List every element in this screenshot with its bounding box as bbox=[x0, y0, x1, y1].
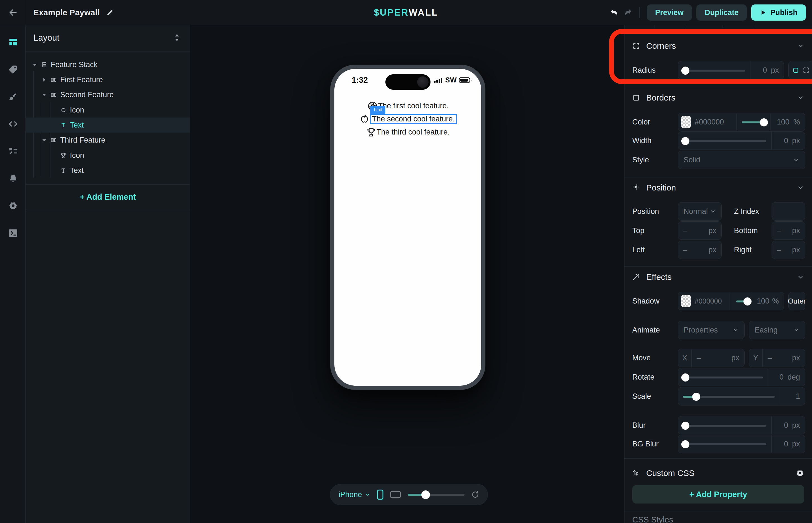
move-x-input[interactable]: X – px bbox=[678, 349, 745, 367]
selected-element-outline[interactable]: Text The second cool feature. bbox=[370, 114, 457, 124]
tree-item-first-feature[interactable]: First Feature bbox=[25, 72, 190, 87]
edit-pencil-icon[interactable] bbox=[106, 8, 114, 16]
square-icon bbox=[632, 94, 640, 102]
chevron-down-icon[interactable] bbox=[797, 94, 804, 101]
css-settings-gear-icon[interactable] bbox=[796, 469, 804, 477]
position-section-header[interactable]: Position bbox=[632, 179, 805, 197]
zindex-input[interactable] bbox=[772, 202, 805, 220]
checklist-icon[interactable] bbox=[8, 146, 18, 156]
rotate-slider[interactable] bbox=[678, 368, 768, 386]
width-slider[interactable] bbox=[678, 132, 771, 149]
right-input[interactable]: – px bbox=[772, 240, 805, 259]
scale-value[interactable]: 1 bbox=[796, 392, 800, 401]
landscape-orientation-icon[interactable] bbox=[390, 491, 401, 499]
duplicate-button[interactable]: Duplicate bbox=[696, 4, 747, 21]
paywall-preview-screen[interactable]: 1:32 SW The first cool feature. Text The… bbox=[334, 69, 481, 386]
slider-thumb[interactable] bbox=[760, 119, 768, 126]
chevron-down-icon bbox=[732, 327, 739, 333]
border-style-select[interactable]: Solid bbox=[678, 151, 805, 169]
color-swatch[interactable] bbox=[681, 295, 691, 307]
back-button[interactable] bbox=[8, 7, 18, 18]
tree-item-text[interactable]: Text bbox=[25, 163, 190, 178]
shadow-hex-value[interactable]: #000000 bbox=[695, 297, 731, 305]
sort-icon[interactable] bbox=[173, 33, 180, 42]
blur-slider[interactable] bbox=[678, 416, 771, 434]
radius-value[interactable]: 0 bbox=[763, 66, 767, 75]
opacity-value[interactable]: 100 bbox=[777, 118, 790, 126]
feature-row-3[interactable]: The third cool feature. bbox=[366, 126, 450, 139]
custom-css-section-header[interactable]: Custom CSS bbox=[632, 464, 805, 482]
shadow-opacity-value[interactable]: 100 bbox=[757, 297, 770, 306]
caret-down-icon[interactable] bbox=[42, 138, 47, 143]
add-element-button[interactable]: + Add Element bbox=[25, 189, 190, 205]
publish-button[interactable]: Publish bbox=[751, 4, 806, 21]
shadow-opacity-slider[interactable] bbox=[731, 292, 753, 310]
position-mode-select[interactable]: Normal bbox=[678, 202, 722, 220]
slider-thumb[interactable] bbox=[681, 137, 689, 145]
shadow-outer-button[interactable]: Outer bbox=[788, 292, 805, 310]
scale-slider[interactable] bbox=[678, 387, 780, 405]
unit-label: deg bbox=[788, 373, 800, 381]
rotate-value[interactable]: 0 bbox=[779, 373, 783, 381]
corners-section-header[interactable]: Corners bbox=[632, 37, 805, 55]
blur-value[interactable]: 0 bbox=[784, 421, 788, 430]
animate-properties-select[interactable]: Properties bbox=[678, 321, 745, 339]
code-icon[interactable] bbox=[8, 119, 18, 129]
layout-panel-icon[interactable] bbox=[8, 37, 18, 47]
gear-icon[interactable] bbox=[8, 201, 18, 211]
add-property-button[interactable]: + Add Property bbox=[632, 485, 804, 504]
animate-easing-select[interactable]: Easing bbox=[749, 321, 805, 339]
brush-icon[interactable] bbox=[8, 92, 18, 102]
bell-icon[interactable] bbox=[8, 174, 18, 183]
tree-item-text-selected[interactable]: Text bbox=[25, 118, 190, 132]
tree-item-second-feature[interactable]: Second Feature bbox=[25, 87, 190, 102]
feature-text[interactable]: The second cool feature. bbox=[372, 115, 455, 123]
feature-row-2[interactable]: Text The second cool feature. bbox=[359, 112, 457, 126]
tree-item-third-feature[interactable]: Third Feature bbox=[25, 132, 190, 148]
refresh-icon[interactable] bbox=[471, 490, 479, 499]
per-corner-radius-button[interactable] bbox=[801, 64, 811, 77]
scale-label: Scale bbox=[632, 392, 651, 401]
slider-thumb[interactable] bbox=[681, 374, 689, 381]
bottom-input[interactable]: – px bbox=[772, 221, 805, 240]
bg-blur-value[interactable]: 0 bbox=[784, 440, 788, 448]
chevron-down-icon[interactable] bbox=[797, 42, 804, 50]
chevron-down-icon[interactable] bbox=[797, 273, 804, 281]
feature-text[interactable]: The first cool feature. bbox=[378, 102, 449, 110]
color-swatch[interactable] bbox=[681, 116, 691, 128]
opacity-slider[interactable] bbox=[737, 113, 770, 131]
effects-section-header[interactable]: Effects bbox=[632, 268, 805, 286]
device-select[interactable]: iPhone bbox=[339, 490, 370, 499]
caret-right-icon[interactable] bbox=[42, 77, 47, 82]
unit-label: px bbox=[708, 246, 717, 254]
left-input[interactable]: – px bbox=[678, 240, 722, 259]
move-y-input[interactable]: Y – px bbox=[749, 349, 805, 367]
tag-icon[interactable] bbox=[8, 64, 18, 74]
caret-down-icon[interactable] bbox=[42, 92, 47, 97]
tree-item-icon[interactable]: Icon bbox=[25, 148, 190, 163]
tree-item-icon[interactable]: Icon bbox=[25, 103, 190, 118]
undo-button[interactable] bbox=[610, 8, 619, 17]
radius-slider[interactable] bbox=[678, 61, 750, 79]
color-hex-value[interactable]: #000000 bbox=[695, 118, 737, 126]
redo-button[interactable] bbox=[623, 8, 633, 17]
slider-thumb[interactable] bbox=[681, 67, 689, 75]
feature-text[interactable]: The third cool feature. bbox=[376, 128, 450, 137]
slider-thumb[interactable] bbox=[421, 490, 430, 499]
preview-button[interactable]: Preview bbox=[647, 4, 692, 21]
top-input[interactable]: – px bbox=[678, 221, 722, 240]
tree-item-feature-stack[interactable]: Feature Stack bbox=[25, 57, 190, 72]
portrait-orientation-icon[interactable] bbox=[377, 489, 384, 500]
slider-thumb[interactable] bbox=[743, 297, 752, 306]
slider-thumb[interactable] bbox=[692, 393, 700, 401]
terminal-icon[interactable] bbox=[8, 228, 18, 238]
chevron-down-icon[interactable] bbox=[797, 184, 804, 191]
width-value[interactable]: 0 bbox=[784, 137, 788, 145]
slider-thumb[interactable] bbox=[681, 422, 689, 430]
caret-down-icon[interactable] bbox=[32, 62, 37, 67]
borders-section-header[interactable]: Borders bbox=[632, 89, 805, 107]
canvas-zoom-slider[interactable] bbox=[408, 490, 464, 499]
slider-thumb[interactable] bbox=[681, 440, 689, 448]
bg-blur-slider[interactable] bbox=[678, 435, 771, 453]
uniform-radius-button[interactable] bbox=[791, 64, 801, 77]
